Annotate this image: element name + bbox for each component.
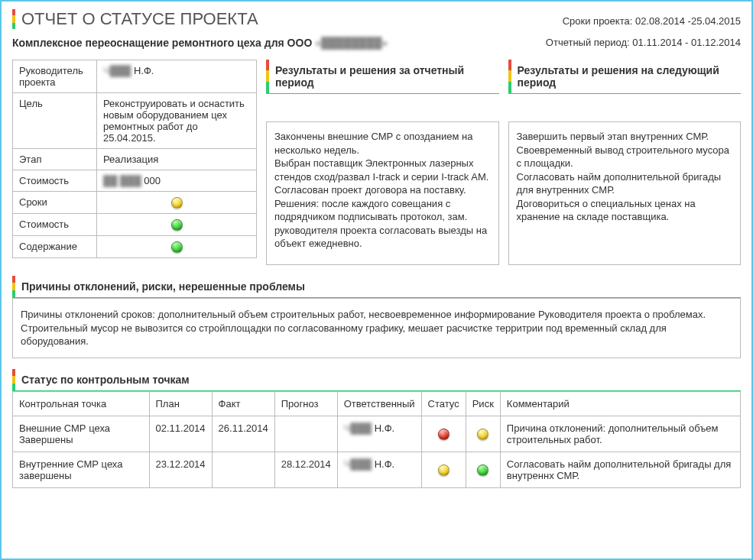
milestone-risk xyxy=(466,416,500,452)
milestone-status xyxy=(421,452,466,487)
report-period: Отчетный период: 01.11.2014 - 01.12.2014 xyxy=(546,37,741,49)
results-current-text: Закончены внешние СМР с опозданием на не… xyxy=(266,121,499,265)
info-value xyxy=(97,214,257,236)
milestone-plan: 23.12.2014 xyxy=(149,452,212,487)
info-row: ЦельРеконструировать и оснастить новым о… xyxy=(13,93,257,149)
info-label: Сроки xyxy=(13,192,97,214)
milestone-fact xyxy=(212,452,274,487)
info-row: ЭтапРеализация xyxy=(13,149,257,170)
table-row: Внешние СМР цеха Завершены02.11.201426.1… xyxy=(13,416,741,452)
subtitle-prefix: Комплексное переоснащение ремонтного цех… xyxy=(12,37,315,49)
milestones-column-header: Риск xyxy=(466,391,500,416)
redacted-text: Ч███ xyxy=(344,422,372,434)
milestone-owner: Ч███ Н.Ф. xyxy=(337,416,421,452)
results-next-text: Завершить первый этап внутренних СМР. Св… xyxy=(508,121,742,265)
milestones-column-header: Факт xyxy=(212,391,274,416)
status-dot-icon xyxy=(477,465,488,476)
milestone-owner: Ч███ Н.Ф. xyxy=(337,452,421,487)
milestone-comment: Согласовать найм дополнительной бригады … xyxy=(500,452,740,487)
milestone-plan: 02.11.2014 xyxy=(149,416,212,452)
milestone-name: Внутренние СМР цеха завершены xyxy=(13,452,150,487)
info-value: Реализация xyxy=(97,149,257,170)
project-info-table: Руководитель проектаЧ███ Н.Ф.ЦельРеконст… xyxy=(12,60,257,258)
milestones-column-header: Прогноз xyxy=(274,391,337,416)
info-label: Этап xyxy=(13,149,97,170)
info-label: Стоимость xyxy=(13,214,97,236)
info-value xyxy=(97,236,257,258)
status-dot-icon xyxy=(438,465,450,476)
status-dot-icon xyxy=(438,429,450,440)
info-row: Стоимость xyxy=(13,214,257,236)
milestone-comment: Причина отклонений: дополнительный объем… xyxy=(500,416,740,452)
info-row: Содержание xyxy=(13,236,257,258)
status-dot-icon xyxy=(171,241,183,253)
info-value: ██ ███ 000 xyxy=(97,170,257,192)
milestones-column-header: Статус xyxy=(421,391,466,416)
redacted-text: Ч███ xyxy=(344,458,372,470)
info-label: Руководитель проекта xyxy=(13,60,97,93)
milestone-status xyxy=(421,416,466,452)
status-dot-icon xyxy=(171,197,183,209)
deviations-text: Причины отклонений сроков: дополнительны… xyxy=(12,298,741,358)
deviations-title: Причины отклонений, риски, нерешенные пр… xyxy=(12,276,741,298)
milestone-name: Внешние СМР цеха Завершены xyxy=(13,416,150,452)
milestones-column-header: Контрольная точка xyxy=(13,391,150,416)
report-title: ОТЧЕТ О СТАТУСЕ ПРОЕКТА xyxy=(12,9,258,29)
status-dot-icon xyxy=(477,429,488,440)
project-dates: Сроки проекта: 02.08.2014 -25.04.2015 xyxy=(563,15,741,27)
milestones-title: Статус по контрольным точкам xyxy=(12,369,741,391)
milestone-forecast: 28.12.2014 xyxy=(274,452,337,487)
info-row: Стоимость██ ███ 000 xyxy=(13,170,257,192)
milestone-fact: 26.11.2014 xyxy=(212,416,274,452)
redacted-text: Ч███ xyxy=(103,65,131,76)
project-subtitle: Комплексное переоснащение ремонтного цех… xyxy=(12,37,388,49)
info-value: Ч███ Н.Ф. xyxy=(97,60,257,93)
milestones-table: Контрольная точкаПланФактПрогнозОтветств… xyxy=(12,391,741,488)
table-row: Внутренние СМР цеха завершены23.12.20142… xyxy=(13,452,741,487)
results-current-title: Результаты и решения за отчетный период xyxy=(266,60,499,94)
info-row: Сроки xyxy=(13,192,257,214)
info-label: Содержание xyxy=(13,236,97,258)
milestone-risk xyxy=(466,452,500,487)
info-value xyxy=(97,192,257,214)
info-value: Реконструировать и оснастить новым обору… xyxy=(97,93,257,149)
milestone-forecast xyxy=(274,416,337,452)
milestones-column-header: План xyxy=(149,391,212,416)
redacted-text: ██ ███ xyxy=(103,175,141,186)
info-label: Стоимость xyxy=(13,170,97,192)
subtitle-redacted: «████████» xyxy=(315,37,388,49)
milestones-column-header: Ответственный xyxy=(337,391,421,416)
info-row: Руководитель проектаЧ███ Н.Ф. xyxy=(13,60,257,93)
milestones-column-header: Комментарий xyxy=(500,391,740,416)
status-dot-icon xyxy=(171,219,183,231)
results-next-title: Результаты и решения на следующий период xyxy=(508,60,742,94)
info-label: Цель xyxy=(13,93,97,149)
